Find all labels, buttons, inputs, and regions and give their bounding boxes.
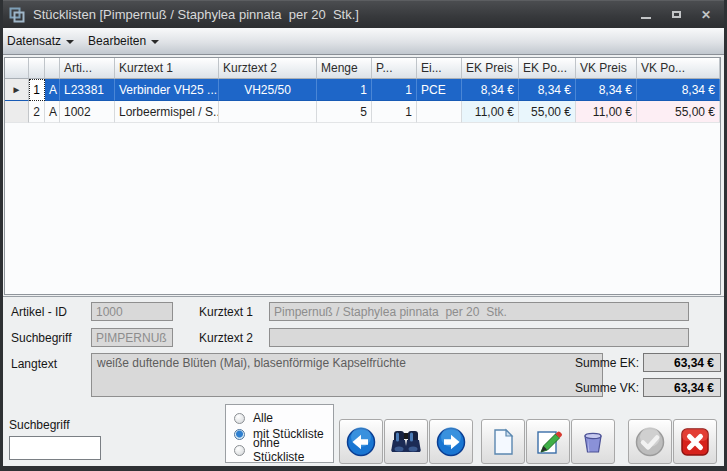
menu-bearbeiten-label: Bearbeiten xyxy=(88,34,146,48)
search-input[interactable] xyxy=(9,436,101,460)
chevron-down-icon xyxy=(151,40,159,44)
search-label: Suchbegriff xyxy=(9,418,70,432)
new-document-icon xyxy=(487,426,519,458)
title-bar[interactable]: Stücklisten [Pimpernuß / Staphylea pinna… xyxy=(0,0,727,28)
edit-record-button[interactable] xyxy=(526,419,570,464)
search-button[interactable] xyxy=(384,419,428,464)
row-indicator xyxy=(5,101,29,123)
filter-groupbox: Alle mit Stückliste ohne Stückliste xyxy=(225,404,334,463)
arrow-right-icon xyxy=(435,426,467,458)
arrow-left-icon xyxy=(345,426,377,458)
app-icon xyxy=(9,7,25,23)
grid-header-ek-pos[interactable]: EK Po... xyxy=(519,58,576,79)
cell-artikel[interactable]: 1002 xyxy=(60,101,115,123)
parts-grid: Arti... Kurztext 1 Kurztext 2 Menge P...… xyxy=(4,57,721,295)
cell-flag[interactable]: A xyxy=(45,101,60,123)
close-icon[interactable]: ✕ xyxy=(699,8,713,22)
cancel-button[interactable] xyxy=(673,419,717,464)
cell-menge[interactable]: 1 xyxy=(317,79,372,101)
cell-rownum[interactable]: 2 xyxy=(29,101,45,123)
new-record-button[interactable] xyxy=(481,419,525,464)
radio-alle[interactable]: Alle xyxy=(234,410,333,426)
summe-vk-value: 63,34 € xyxy=(643,378,721,397)
grid-header-row: Arti... Kurztext 1 Kurztext 2 Menge P...… xyxy=(5,58,720,79)
menu-bearbeiten[interactable]: Bearbeiten xyxy=(81,28,166,54)
detail-form: Artikel - ID Kurztext 1 Suchbegriff Kurz… xyxy=(3,296,724,402)
cell-einheit[interactable]: PCE xyxy=(417,79,462,101)
cell-vk-pos[interactable]: 8,34 € xyxy=(637,79,720,101)
cell-menge[interactable]: 5 xyxy=(317,101,372,123)
kurztext2-field xyxy=(269,328,689,347)
radio-ohne-stueckliste[interactable]: ohne Stückliste xyxy=(234,442,333,458)
cell-kurztext2[interactable]: VH25/50 xyxy=(219,79,317,101)
grid-header-artikel[interactable]: Arti... xyxy=(60,58,115,79)
grid-header-kurztext2[interactable]: Kurztext 2 xyxy=(219,58,317,79)
next-record-button[interactable] xyxy=(429,419,473,464)
summe-ek-value: 63,34 € xyxy=(643,353,721,372)
maximize-icon[interactable] xyxy=(669,8,683,22)
cell-p[interactable]: 1 xyxy=(372,79,417,101)
artikel-id-field xyxy=(91,302,173,321)
cell-ek-preis[interactable]: 11,00 € xyxy=(462,101,519,123)
cell-ek-pos[interactable]: 8,34 € xyxy=(519,79,576,101)
app-window: Stücklisten [Pimpernuß / Staphylea pinna… xyxy=(0,0,727,471)
confirm-button xyxy=(628,419,672,464)
cell-flag[interactable]: A xyxy=(45,79,60,101)
suchbegriff-label: Suchbegriff xyxy=(11,331,72,345)
trash-bucket-icon xyxy=(577,426,609,458)
menu-datensatz-label: Datensatz xyxy=(7,34,61,48)
cell-vk-preis[interactable]: 11,00 € xyxy=(576,101,637,123)
table-row[interactable]: 2 A 1002 Lorbeermispel / S... 5 1 11,00 … xyxy=(5,101,720,123)
kurztext2-label: Kurztext 2 xyxy=(199,331,253,345)
summe-ek-label: Summe EK: xyxy=(563,356,639,370)
suchbegriff-field xyxy=(91,328,173,347)
check-icon xyxy=(634,426,666,458)
window-title: Stücklisten [Pimpernuß / Staphylea pinna… xyxy=(33,7,639,22)
radio-icon xyxy=(234,413,245,424)
langtext-label: Langtext xyxy=(11,357,57,371)
footer-bar: Suchbegriff Alle mit Stückliste ohne Stü… xyxy=(3,402,724,466)
grid-header-menge[interactable]: Menge xyxy=(317,58,372,79)
cell-p[interactable]: 1 xyxy=(372,101,417,123)
grid-header-indicator xyxy=(5,58,29,79)
cell-ek-pos[interactable]: 55,00 € xyxy=(519,101,576,123)
radio-selected-icon xyxy=(234,429,245,440)
radio-icon xyxy=(234,445,245,456)
menu-datensatz[interactable]: Datensatz xyxy=(0,28,81,54)
langtext-field: weiße duftende Blüten (Mai), blasenförmi… xyxy=(91,353,603,397)
grid-header-p[interactable]: P... xyxy=(372,58,417,79)
radio-alle-label: Alle xyxy=(253,411,273,425)
previous-record-button[interactable] xyxy=(339,419,383,464)
grid-header-ek-preis[interactable]: EK Preis xyxy=(462,58,519,79)
minimize-icon[interactable] xyxy=(639,8,653,22)
edit-pencil-icon xyxy=(532,426,564,458)
grid-header-kurztext1[interactable]: Kurztext 1 xyxy=(115,58,219,79)
kurztext1-field xyxy=(269,302,689,321)
grid-header-einheit[interactable]: Ei... xyxy=(417,58,462,79)
summe-vk-label: Summe VK: xyxy=(563,381,639,395)
cell-vk-preis[interactable]: 8,34 € xyxy=(576,79,637,101)
grid-header-vk-pos[interactable]: VK Po... xyxy=(637,58,720,79)
cell-ek-preis[interactable]: 8,34 € xyxy=(462,79,519,101)
current-row-marker-icon: ► xyxy=(5,79,29,101)
cell-einheit[interactable] xyxy=(417,101,462,123)
grid-header-flag xyxy=(45,58,60,79)
cell-vk-pos[interactable]: 55,00 € xyxy=(637,101,720,123)
delete-record-button[interactable] xyxy=(571,419,615,464)
artikel-id-label: Artikel - ID xyxy=(11,305,67,319)
close-x-icon xyxy=(679,426,711,458)
cell-rownum[interactable]: 1 xyxy=(29,79,45,101)
cell-kurztext1[interactable]: Lorbeermispel / S... xyxy=(115,101,219,123)
kurztext1-label: Kurztext 1 xyxy=(199,305,253,319)
chevron-down-icon xyxy=(66,40,74,44)
grid-header-vk-preis[interactable]: VK Preis xyxy=(576,58,637,79)
binoculars-icon xyxy=(390,426,422,458)
table-row[interactable]: ► 1 A L23381 Verbinder VH25 ... VH25/50 … xyxy=(5,79,720,101)
radio-ohne-stueckliste-label: ohne Stückliste xyxy=(253,436,333,464)
cell-artikel[interactable]: L23381 xyxy=(60,79,115,101)
cell-kurztext2[interactable] xyxy=(219,101,317,123)
cell-kurztext1[interactable]: Verbinder VH25 ... xyxy=(115,79,219,101)
grid-header-rownum xyxy=(29,58,45,79)
menu-bar: Datensatz Bearbeiten xyxy=(0,28,727,55)
